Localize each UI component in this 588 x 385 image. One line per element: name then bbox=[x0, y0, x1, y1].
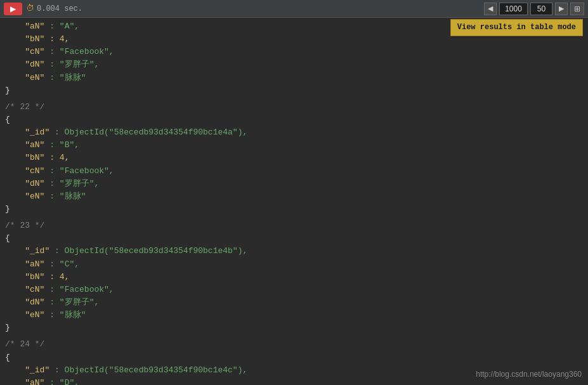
key: "eN" bbox=[5, 73, 44, 82]
toolbar-right: ◀ ▶ ⊞ bbox=[484, 3, 584, 15]
value: : "Facebook", bbox=[44, 47, 114, 56]
key: "bN" bbox=[5, 153, 44, 162]
open-brace: { bbox=[5, 232, 583, 245]
key: "aN" bbox=[5, 140, 44, 150]
toolbar: ▶ ⏱ 0.004 sec. ◀ ▶ ⊞ bbox=[0, 0, 588, 18]
content-area: View results in table mode "aN" : "A", "… bbox=[0, 18, 588, 385]
value: : "罗胖子", bbox=[44, 179, 99, 188]
json-field: "eN" : "脉脉" bbox=[5, 309, 583, 322]
value: : ObjectId("58ecedb93d34354f90bc1e4c"), bbox=[49, 365, 247, 375]
json-field: "cN" : "Facebook", bbox=[5, 165, 583, 178]
json-field: "dN" : "罗胖子", bbox=[5, 296, 583, 309]
key: "eN" bbox=[5, 192, 44, 201]
json-field: "aN" : "B", bbox=[5, 139, 583, 152]
json-field: "eN" : "脉脉" bbox=[5, 190, 583, 203]
table-mode-popup[interactable]: View results in table mode bbox=[450, 19, 583, 36]
key: "eN" bbox=[5, 310, 44, 320]
key: "aN" bbox=[5, 22, 44, 31]
json-field: "aN" : "C", bbox=[5, 258, 583, 271]
json-field: "eN" : "脉脉" bbox=[5, 72, 583, 84]
value: : "Facebook", bbox=[44, 285, 114, 294]
key: "cN" bbox=[5, 166, 44, 176]
json-field: "_id" : ObjectId("58ecedb93d34354f90bc1e… bbox=[5, 126, 583, 139]
open-brace: { bbox=[5, 351, 583, 364]
value: : "A", bbox=[44, 22, 79, 31]
value: : 4, bbox=[44, 153, 69, 162]
key: "dN" bbox=[5, 60, 44, 69]
json-field: "bN" : 4, bbox=[5, 271, 583, 284]
json-block: /* 23 */ { "_id" : ObjectId("58ecedb93d3… bbox=[5, 219, 583, 334]
value: : "B", bbox=[44, 140, 79, 150]
value: : "脉脉" bbox=[44, 310, 86, 320]
prev-page-button[interactable]: ◀ bbox=[484, 3, 497, 15]
toolbar-left: ▶ ⏱ 0.004 sec. bbox=[4, 3, 479, 15]
clock-icon: ⏱ bbox=[26, 4, 34, 13]
open-brace: { bbox=[5, 114, 583, 126]
timer-area: ⏱ 0.004 sec. bbox=[26, 4, 82, 13]
page-input[interactable] bbox=[499, 3, 528, 15]
value: : 4, bbox=[44, 34, 69, 44]
json-field: "_id" : ObjectId("58ecedb93d34354f90bc1e… bbox=[5, 245, 583, 258]
key: "cN" bbox=[5, 285, 44, 294]
json-field: "cN" : "Facebook", bbox=[5, 284, 583, 296]
value: : "脉脉" bbox=[44, 192, 86, 201]
json-comment: /* 24 */ bbox=[5, 338, 583, 351]
value: : ObjectId("58ecedb93d34354f90bc1e4b"), bbox=[49, 246, 247, 256]
key: "_id" bbox=[5, 127, 49, 137]
json-block: /* 22 */ { "_id" : ObjectId("58ecedb93d3… bbox=[5, 101, 583, 216]
json-field: "dN" : "罗胖子", bbox=[5, 178, 583, 190]
json-field: "dN" : "罗胖子", bbox=[5, 58, 583, 71]
close-brace: } bbox=[5, 84, 583, 97]
key: "_id" bbox=[5, 365, 49, 375]
value: : "Facebook", bbox=[44, 166, 114, 176]
key: "_id" bbox=[5, 246, 49, 256]
value: : "罗胖子", bbox=[44, 60, 99, 69]
value: : 4, bbox=[44, 272, 69, 282]
table-icon-button[interactable]: ⊞ bbox=[570, 3, 584, 15]
run-button[interactable]: ▶ bbox=[4, 3, 22, 15]
key: "aN" bbox=[5, 378, 44, 385]
value: : "D", bbox=[44, 378, 79, 385]
next-page-button[interactable]: ▶ bbox=[555, 3, 568, 15]
key: "aN" bbox=[5, 259, 44, 269]
value: : ObjectId("58ecedb93d34354f90bc1e4a"), bbox=[49, 127, 247, 137]
json-field: "aN" : "D", bbox=[5, 377, 583, 385]
json-field: "bN" : 4, bbox=[5, 152, 583, 164]
timer-text: 0.004 sec. bbox=[37, 4, 82, 13]
json-field: "_id" : ObjectId("58ecedb93d34354f90bc1e… bbox=[5, 364, 583, 377]
value: : "C", bbox=[44, 259, 79, 269]
close-brace: } bbox=[5, 203, 583, 216]
key: "bN" bbox=[5, 34, 44, 44]
value: : "罗胖子", bbox=[44, 297, 99, 307]
close-brace: } bbox=[5, 322, 583, 334]
json-comment: /* 22 */ bbox=[5, 101, 583, 114]
key: "dN" bbox=[5, 297, 44, 307]
json-block: /* 24 */ { "_id" : ObjectId("58ecedb93d3… bbox=[5, 338, 583, 385]
key: "bN" bbox=[5, 272, 44, 282]
page-size-input[interactable] bbox=[530, 3, 552, 15]
json-comment: /* 23 */ bbox=[5, 219, 583, 232]
json-field: "cN" : "Facebook", bbox=[5, 46, 583, 58]
value: : "脉脉" bbox=[44, 73, 86, 82]
key: "dN" bbox=[5, 179, 44, 188]
key: "cN" bbox=[5, 47, 44, 56]
